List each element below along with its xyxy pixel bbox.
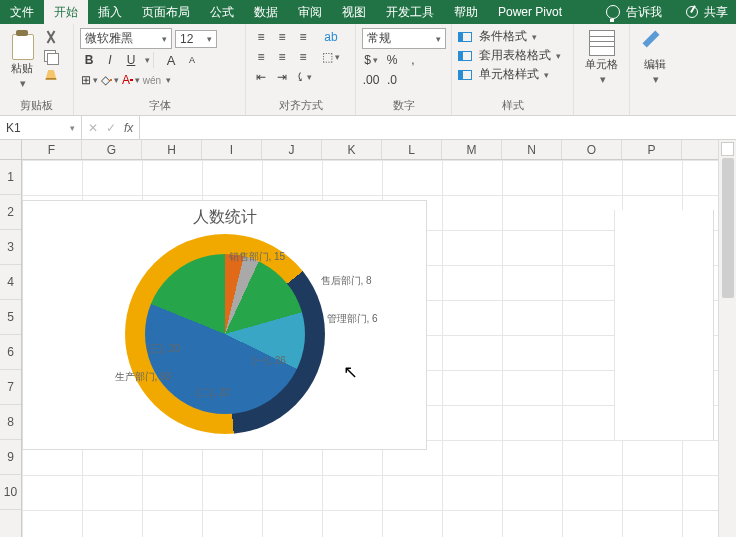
- row-header-1[interactable]: 1: [0, 160, 21, 195]
- brush-icon: [44, 70, 58, 84]
- label-production-dept: 生产部门, 93: [115, 370, 172, 384]
- align-top-button[interactable]: ≡: [252, 28, 270, 46]
- tab-formulas[interactable]: 公式: [200, 0, 244, 24]
- copy-icon: [44, 50, 58, 64]
- col-header-G[interactable]: G: [82, 140, 142, 159]
- col-header-M[interactable]: M: [442, 140, 502, 159]
- cells-icon: [589, 30, 615, 56]
- tab-data[interactable]: 数据: [244, 0, 288, 24]
- font-name-select[interactable]: 微软雅黑▾: [80, 28, 172, 49]
- decrease-decimal-button[interactable]: .0: [383, 71, 401, 89]
- row-headers[interactable]: 12345678910: [0, 160, 22, 537]
- editing-button[interactable]: 编辑 ▾: [636, 28, 674, 88]
- tab-insert[interactable]: 插入: [88, 0, 132, 24]
- row-header-2[interactable]: 2: [0, 195, 21, 230]
- underline-button[interactable]: U: [122, 51, 140, 69]
- percent-button[interactable]: %: [383, 51, 401, 69]
- label-group-2: (二), 22: [197, 386, 230, 400]
- group-styles-label: 样式: [458, 96, 567, 113]
- increase-indent-button[interactable]: ⇥: [273, 68, 291, 86]
- accounting-button[interactable]: $▾: [362, 51, 380, 69]
- col-header-O[interactable]: O: [562, 140, 622, 159]
- font-size-select[interactable]: 12▾: [175, 30, 217, 48]
- row-header-5[interactable]: 5: [0, 300, 21, 335]
- phonetic-button[interactable]: wén: [143, 71, 161, 89]
- grow-font-button[interactable]: A: [162, 51, 180, 69]
- col-header-I[interactable]: I: [202, 140, 262, 159]
- cut-button[interactable]: [42, 28, 60, 46]
- align-center-button[interactable]: ≡: [273, 48, 291, 66]
- select-all-corner[interactable]: [0, 140, 22, 160]
- decrease-indent-button[interactable]: ⇤: [252, 68, 270, 86]
- name-box[interactable]: K1▾: [0, 116, 82, 139]
- col-header-J[interactable]: J: [262, 140, 322, 159]
- row-header-3[interactable]: 3: [0, 230, 21, 265]
- align-right-button[interactable]: ≡: [294, 48, 312, 66]
- row-header-7[interactable]: 7: [0, 370, 21, 405]
- number-format-select[interactable]: 常规▾: [362, 28, 446, 49]
- italic-button[interactable]: I: [101, 51, 119, 69]
- side-panel: [614, 210, 714, 440]
- row-header-6[interactable]: 6: [0, 335, 21, 370]
- row-header-8[interactable]: 8: [0, 405, 21, 440]
- col-header-L[interactable]: L: [382, 140, 442, 159]
- chart-title: 人数统计: [23, 201, 426, 228]
- tab-page-layout[interactable]: 页面布局: [132, 0, 200, 24]
- scrollbar-thumb[interactable]: [722, 158, 734, 298]
- edit-icon: [642, 30, 668, 56]
- cell-styles-button[interactable]: 单元格样式▾: [458, 66, 549, 83]
- format-painter-button[interactable]: [42, 68, 60, 86]
- col-header-N[interactable]: N: [502, 140, 562, 159]
- increase-decimal-button[interactable]: .00: [362, 71, 380, 89]
- paste-button[interactable]: 粘贴 ▾: [6, 28, 38, 92]
- tab-review[interactable]: 审阅: [288, 0, 332, 24]
- row-header-10[interactable]: 10: [0, 475, 21, 510]
- row-header-9[interactable]: 9: [0, 440, 21, 475]
- tell-me[interactable]: 告诉我: [626, 4, 662, 21]
- cancel-formula-button[interactable]: ✕: [88, 121, 98, 135]
- fill-color-button[interactable]: ◇▾: [101, 71, 119, 89]
- share-button[interactable]: 共享: [704, 4, 728, 21]
- column-headers[interactable]: FGHIJKLMNOP: [22, 140, 718, 160]
- col-header-K[interactable]: K: [322, 140, 382, 159]
- format-as-table-button[interactable]: 套用表格格式▾: [458, 47, 561, 64]
- label-group-3: (三), 20: [147, 342, 180, 356]
- cursor-icon: ↖: [343, 361, 358, 383]
- col-header-F[interactable]: F: [22, 140, 82, 159]
- conditional-format-button[interactable]: 条件格式▾: [458, 28, 537, 45]
- tab-file[interactable]: 文件: [0, 0, 44, 24]
- tab-view[interactable]: 视图: [332, 0, 376, 24]
- col-header-H[interactable]: H: [142, 140, 202, 159]
- cells-label: 单元格: [585, 57, 618, 72]
- shrink-font-button[interactable]: A: [183, 51, 201, 69]
- fx-button[interactable]: fx: [124, 121, 133, 135]
- cond-format-icon: [458, 32, 472, 42]
- wrap-text-button[interactable]: ab: [322, 28, 340, 46]
- enter-formula-button[interactable]: ✓: [106, 121, 116, 135]
- row-header-4[interactable]: 4: [0, 265, 21, 300]
- bold-button[interactable]: B: [80, 51, 98, 69]
- paste-icon: [8, 30, 36, 60]
- merge-button[interactable]: ⬚▾: [322, 48, 340, 66]
- tab-help[interactable]: 帮助: [444, 0, 488, 24]
- paste-label: 粘贴: [11, 61, 33, 76]
- align-bottom-button[interactable]: ≡: [294, 28, 312, 46]
- tab-home[interactable]: 开始: [44, 0, 88, 24]
- formula-bar: K1▾ ✕ ✓ fx: [0, 116, 736, 140]
- copy-button[interactable]: [42, 48, 60, 66]
- comma-button[interactable]: ,: [404, 51, 422, 69]
- chart-object[interactable]: 人数统计 销售部门, 15 售后部门, 8 管理部门, 6 (一), 26 (二…: [22, 200, 427, 450]
- cells-button[interactable]: 单元格 ▾: [580, 28, 623, 88]
- orientation-button[interactable]: ⤹▾: [294, 68, 312, 86]
- tab-developer[interactable]: 开发工具: [376, 0, 444, 24]
- formula-input[interactable]: [140, 116, 736, 139]
- col-header-P[interactable]: P: [622, 140, 682, 159]
- font-color-button[interactable]: A▾: [122, 71, 140, 89]
- vertical-scrollbar[interactable]: [718, 140, 736, 537]
- worksheet: FGHIJKLMNOP 12345678910 人数统计 销售部门, 15 售后…: [0, 140, 736, 537]
- tab-power-pivot[interactable]: Power Pivot: [488, 0, 572, 24]
- align-left-button[interactable]: ≡: [252, 48, 270, 66]
- align-middle-button[interactable]: ≡: [273, 28, 291, 46]
- border-button[interactable]: ⊞▾: [80, 71, 98, 89]
- ribbon-tabs: 文件 开始 插入 页面布局 公式 数据 审阅 视图 开发工具 帮助 Power …: [0, 0, 736, 24]
